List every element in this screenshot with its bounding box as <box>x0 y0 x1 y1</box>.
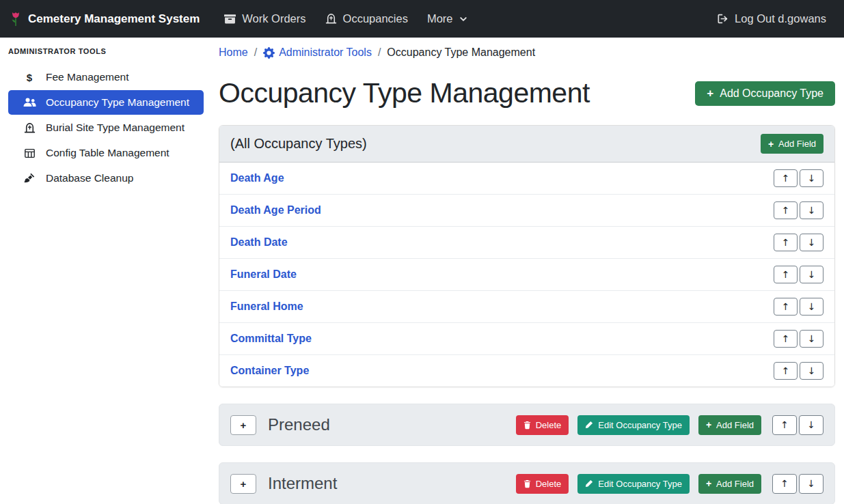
move-down-button[interactable]: ↓ <box>800 234 823 251</box>
section-actions: Delete Edit Occupancy Type + Add Field ↑ <box>516 415 823 435</box>
field-row: Committal Type ↑ ↓ <box>219 322 834 354</box>
sidebar-item-config-table-management[interactable]: Config Table Management <box>8 141 204 165</box>
arrow-down-icon: ↓ <box>808 334 816 344</box>
archive-box-icon <box>224 13 236 25</box>
move-down-button[interactable]: ↓ <box>800 169 823 187</box>
expand-plus-icon: + <box>241 419 247 431</box>
pencil-icon <box>585 479 593 488</box>
move-down-button[interactable]: ↓ <box>800 330 823 348</box>
expand-section-button[interactable]: + <box>230 415 256 435</box>
edit-button-label: Edit Occupancy Type <box>598 420 682 430</box>
move-up-button[interactable]: ↑ <box>774 298 798 316</box>
sidebar-item-occupancy-type-management[interactable]: Occupancy Type Management <box>8 90 204 115</box>
move-up-button[interactable]: ↑ <box>774 362 798 380</box>
reorder-controls: ↑ ↓ <box>774 266 823 283</box>
app-brand[interactable]: Cemetery Management System <box>10 10 200 28</box>
arrow-down-icon: ↓ <box>808 270 816 279</box>
arrow-down-icon: ↓ <box>808 206 816 215</box>
move-up-button[interactable]: ↑ <box>774 169 798 187</box>
sidebar-item-burial-site-type-management[interactable]: Burial Site Type Management <box>8 115 204 140</box>
field-row: Death Date ↑ ↓ <box>219 226 834 258</box>
all-occupancy-types-card: (All Occupancy Types) + Add Field Death … <box>219 125 835 387</box>
breadcrumb-admin-tools-link[interactable]: Administrator Tools <box>263 46 372 59</box>
field-row: Funeral Date ↑ ↓ <box>219 258 834 290</box>
tombstone-icon <box>325 13 337 25</box>
field-row: Funeral Home ↑ ↓ <box>219 290 834 322</box>
arrow-up-icon: ↑ <box>782 206 790 215</box>
nav-occupancies-label: Occupancies <box>343 12 408 25</box>
plus-icon: + <box>768 139 774 149</box>
edit-button-label: Edit Occupancy Type <box>598 479 682 489</box>
add-field-button[interactable]: + Add Field <box>698 474 761 494</box>
edit-occupancy-type-button[interactable]: Edit Occupancy Type <box>577 415 690 435</box>
move-down-button[interactable]: ↓ <box>799 474 823 494</box>
expand-plus-icon: + <box>241 478 247 490</box>
move-up-button[interactable]: ↑ <box>772 474 797 494</box>
move-up-button[interactable]: ↑ <box>774 201 798 219</box>
nav-occupancies[interactable]: Occupancies <box>316 7 418 31</box>
field-link[interactable]: Death Date <box>230 236 288 249</box>
table-icon <box>22 148 37 159</box>
logout-icon <box>717 13 729 25</box>
page-header: Occupancy Type Management + Add Occupanc… <box>219 77 835 109</box>
arrow-down-icon: ↓ <box>808 173 816 183</box>
delete-button[interactable]: Delete <box>516 415 569 435</box>
nav-more-label: More <box>427 12 453 25</box>
logout-label: Log Out d.gowans <box>735 12 826 25</box>
field-row: Death Age Period ↑ ↓ <box>219 194 834 226</box>
pencil-icon <box>585 421 593 429</box>
chevron-down-icon <box>459 15 467 23</box>
delete-button[interactable]: Delete <box>516 474 569 494</box>
all-types-card-title: (All Occupancy Types) <box>230 136 367 152</box>
move-down-button[interactable]: ↓ <box>800 362 823 380</box>
arrow-down-icon: ↓ <box>807 479 815 488</box>
move-up-button[interactable]: ↑ <box>774 234 798 251</box>
reorder-controls: ↑ ↓ <box>774 169 823 187</box>
add-occupancy-type-button[interactable]: + Add Occupancy Type <box>695 81 835 106</box>
section-title: Preneed <box>268 415 516 434</box>
arrow-up-icon: ↑ <box>780 479 789 488</box>
move-up-button[interactable]: ↑ <box>772 415 797 435</box>
sidebar-item-label: Occupancy Type Management <box>46 96 189 109</box>
field-link[interactable]: Container Type <box>230 365 309 377</box>
breadcrumb-separator: / <box>378 46 381 59</box>
add-field-button[interactable]: + Add Field <box>698 415 761 435</box>
arrow-up-icon: ↑ <box>782 173 790 183</box>
logout-button[interactable]: Log Out d.gowans <box>707 7 836 31</box>
sidebar-item-label: Burial Site Type Management <box>46 122 185 134</box>
move-down-button[interactable]: ↓ <box>800 266 823 283</box>
occupancy-type-section: + Preneed Delete Edit Occupanc <box>219 404 835 446</box>
delete-button-label: Delete <box>536 479 562 489</box>
field-link[interactable]: Funeral Date <box>230 268 297 281</box>
move-down-button[interactable]: ↓ <box>800 298 823 316</box>
move-up-button[interactable]: ↑ <box>774 266 798 283</box>
arrow-down-icon: ↓ <box>808 302 816 311</box>
arrow-up-icon: ↑ <box>780 420 789 430</box>
sidebar-item-label: Fee Management <box>46 71 129 83</box>
breadcrumb-home-link[interactable]: Home <box>219 46 248 59</box>
gear-icon <box>263 47 275 59</box>
move-up-button[interactable]: ↑ <box>774 330 798 348</box>
field-link[interactable]: Funeral Home <box>230 300 303 313</box>
sidebar-item-database-cleanup[interactable]: Database Cleanup <box>8 166 204 191</box>
flower-logo-icon <box>10 10 22 28</box>
field-link[interactable]: Death Age <box>230 172 284 184</box>
arrow-down-icon: ↓ <box>808 366 816 376</box>
field-link[interactable]: Death Age Period <box>230 204 321 216</box>
move-down-button[interactable]: ↓ <box>800 201 823 219</box>
expand-section-button[interactable]: + <box>230 474 256 494</box>
top-navbar: Cemetery Management System Work Orders <box>0 0 844 38</box>
reorder-controls: ↑ ↓ <box>772 415 823 435</box>
sidebar-item-fee-management[interactable]: $ Fee Management <box>8 65 204 89</box>
field-row: Container Type ↑ ↓ <box>219 354 834 387</box>
tombstone-icon <box>22 122 37 134</box>
field-link[interactable]: Committal Type <box>230 333 312 345</box>
reorder-controls: ↑ ↓ <box>774 362 823 380</box>
sidebar-item-label: Config Table Management <box>46 147 169 159</box>
arrow-up-icon: ↑ <box>782 302 790 311</box>
move-down-button[interactable]: ↓ <box>799 415 823 435</box>
nav-work-orders[interactable]: Work Orders <box>215 7 315 31</box>
add-field-button[interactable]: + Add Field <box>761 134 823 154</box>
edit-occupancy-type-button[interactable]: Edit Occupancy Type <box>577 474 690 494</box>
nav-more[interactable]: More <box>418 7 477 31</box>
